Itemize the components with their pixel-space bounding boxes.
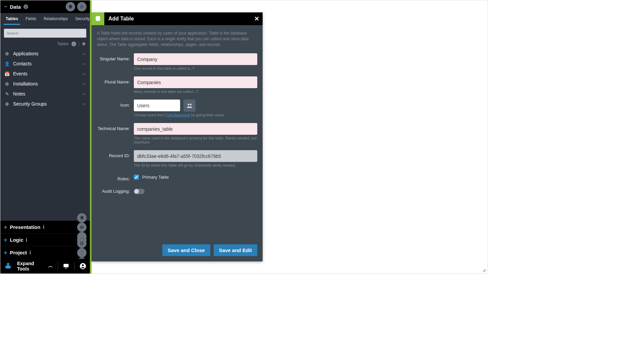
modal-title: Add Table: [104, 16, 134, 22]
table-item-label: Applications: [13, 51, 39, 56]
sidebar: − Data i Tables Fields Relationships Sec…: [0, 0, 90, 274]
table-item-installations[interactable]: ⚙Installations ▭: [0, 79, 90, 89]
gears-icon: ⚙: [4, 51, 10, 56]
database-icon: [92, 12, 104, 25]
resize-handle-icon[interactable]: ◢: [482, 267, 485, 272]
add-table-icon[interactable]: ✚: [82, 41, 86, 47]
roles-label: Roles:: [97, 173, 134, 184]
svg-point-11: [7, 263, 9, 265]
table-item-applications[interactable]: ⚙Applications ▭: [0, 49, 90, 59]
table-item-contacts[interactable]: 👤Contacts ▭: [0, 59, 90, 69]
edit-icon[interactable]: ▭: [83, 72, 86, 76]
collapse-icon[interactable]: −: [4, 4, 7, 10]
info-icon[interactable]: i: [23, 4, 28, 9]
technical-name-input[interactable]: [134, 123, 257, 135]
grid-icon[interactable]: [77, 239, 87, 248]
svg-rect-13: [65, 268, 67, 268]
icon-input[interactable]: [134, 100, 180, 111]
edit-icon[interactable]: ▭: [83, 92, 86, 96]
record-id-input[interactable]: [134, 150, 257, 162]
tables-header-label: Tables: [57, 42, 69, 46]
record-id-helper: The ID by which this Table will go by. E…: [134, 163, 257, 167]
info-icon[interactable]: i: [30, 250, 31, 256]
project-section-title: Project: [10, 250, 27, 255]
audit-logging-toggle[interactable]: [134, 189, 145, 194]
icon-preview: [183, 100, 196, 112]
record-id-label: Record ID:: [97, 150, 134, 172]
expand-icon[interactable]: +: [4, 237, 7, 243]
close-icon[interactable]: ✕: [254, 15, 259, 22]
add-table-modal: Add Table ✕ A Table holds the records cr…: [92, 12, 263, 261]
singular-name-input[interactable]: [134, 53, 257, 65]
main-area: Add Table ✕ A Table holds the records cr…: [92, 0, 487, 274]
tables-list: ⚙Applications ▭ 👤Contacts ▭ 📅Events ▭ ⚙I…: [0, 49, 90, 221]
table-item-label: Notes: [13, 91, 25, 97]
save-and-edit-button[interactable]: Save and Edit: [214, 244, 257, 256]
tab-security[interactable]: Security: [73, 13, 92, 25]
singular-name-helper: One record in this table is called a...?: [134, 66, 257, 70]
presentation-section-header[interactable]: + Presentation i: [0, 221, 90, 233]
expand-tools-label: Expand Tools: [17, 261, 46, 272]
divider: [58, 262, 58, 270]
table-item-notes[interactable]: ✎Notes ▭: [0, 89, 90, 99]
tab-tables[interactable]: Tables: [4, 13, 20, 25]
edit-icon[interactable]: ▭: [83, 102, 86, 106]
data-section-title: Data: [10, 4, 21, 10]
technical-name-label: Technical Name:: [97, 123, 134, 149]
svg-rect-8: [82, 242, 84, 243]
expand-icon[interactable]: +: [4, 250, 7, 256]
svg-point-15: [82, 264, 84, 266]
edit-icon[interactable]: ▭: [83, 82, 86, 86]
chevron-up-icon: ︿: [48, 263, 53, 269]
user-circle-icon[interactable]: [79, 262, 87, 270]
table-item-security-groups[interactable]: ⚙Security Groups ▭: [0, 99, 90, 109]
audit-logging-label: Audit Logging:: [97, 186, 134, 194]
desktop-icon[interactable]: [63, 263, 69, 269]
data-tabs: Tables Fields Relationships Security Rec…: [0, 13, 90, 25]
info-icon[interactable]: i: [43, 224, 44, 230]
edit-icon[interactable]: ▭: [83, 62, 86, 66]
tab-fields[interactable]: Fields: [23, 13, 38, 25]
primary-table-checkbox[interactable]: [134, 175, 139, 180]
menu-icon[interactable]: [77, 2, 87, 11]
table-item-label: Installations: [13, 81, 38, 86]
expand-icon[interactable]: +: [4, 224, 7, 230]
icon-helper: Choose icons from Font Awesome by giving…: [134, 113, 257, 117]
svg-rect-10: [82, 244, 84, 245]
gears-icon: ⚙: [4, 102, 10, 107]
modal-description: A Table holds the records created by use…: [97, 31, 257, 47]
svg-point-18: [190, 104, 192, 106]
singular-name-label: Singular Name:: [97, 53, 134, 75]
expand-tools-button[interactable]: Expand Tools ︿: [17, 261, 53, 272]
presentation-section-title: Presentation: [10, 224, 41, 230]
data-section-header[interactable]: − Data i: [0, 0, 90, 13]
svg-rect-3: [80, 216, 84, 219]
info-icon[interactable]: i: [26, 237, 28, 243]
project-section-header[interactable]: + Project i: [0, 246, 90, 259]
table-item-events[interactable]: 📅Events ▭: [0, 69, 90, 79]
tables-list-header: Tables i ✚: [0, 41, 90, 49]
svg-point-17: [187, 104, 189, 106]
svg-rect-2: [80, 8, 83, 8]
shield-icon[interactable]: [66, 2, 75, 11]
plural-name-helper: Many records in this table are called...…: [134, 89, 257, 94]
logic-section-header[interactable]: + Logic i: [0, 233, 90, 246]
edit-icon[interactable]: ▭: [83, 52, 86, 56]
font-awesome-link[interactable]: Font Awesome: [166, 113, 190, 117]
tab-relationships[interactable]: Relationships: [42, 13, 70, 25]
calendar-icon: 📅: [4, 71, 10, 76]
table-item-label: Contacts: [13, 61, 32, 66]
eye-icon[interactable]: [77, 223, 87, 232]
footer-bar: Expand Tools ︿: [0, 259, 90, 274]
logo-icon[interactable]: [4, 262, 12, 270]
svg-rect-1: [80, 6, 83, 7]
plural-name-input[interactable]: [134, 76, 257, 88]
table-item-label: Events: [13, 71, 28, 76]
swap-icon[interactable]: [77, 248, 87, 257]
edit-icon: ✎: [4, 92, 10, 97]
info-icon[interactable]: i: [71, 42, 76, 46]
search-input[interactable]: [4, 28, 87, 38]
pages-icon[interactable]: [77, 213, 87, 223]
table-item-label: Security Groups: [13, 101, 47, 107]
save-and-close-button[interactable]: Save and Close: [162, 244, 210, 256]
